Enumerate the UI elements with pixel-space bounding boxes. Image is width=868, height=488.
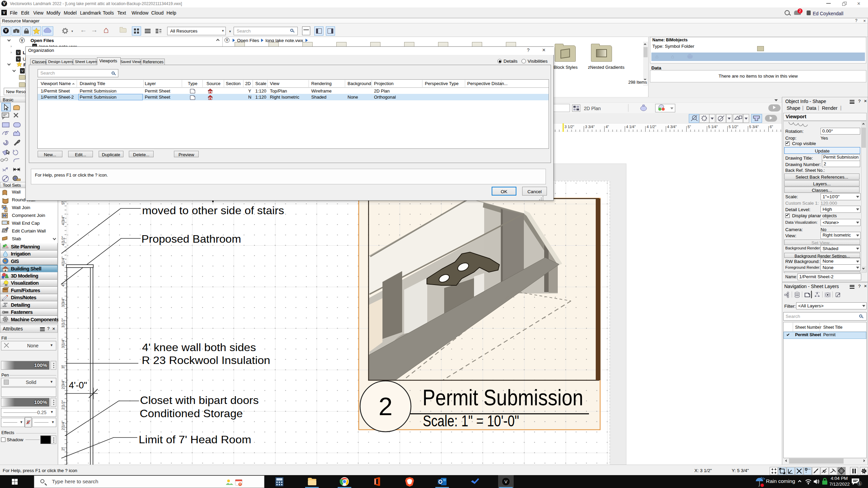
svg-text:4'-0": 4'-0": [69, 380, 87, 390]
svg-text:4 1/2": 4 1/2": [647, 125, 656, 129]
svg-text:4 3/4": 4 3/4": [61, 216, 65, 225]
svg-text:3 3/4": 3 3/4": [585, 125, 595, 129]
svg-text:6": 6": [770, 125, 773, 129]
svg-text:3": 3": [61, 365, 65, 369]
svg-text:Permit Submission: Permit Submission: [422, 385, 583, 410]
svg-text:4 3/4": 4 3/4": [667, 125, 677, 129]
svg-text:Limit of 7' Head Room: Limit of 7' Head Room: [139, 433, 251, 446]
svg-text:4": 4": [606, 125, 609, 129]
svg-text:5 1/4": 5 1/4": [708, 125, 718, 129]
svg-text:5 3/4": 5 3/4": [749, 125, 759, 129]
svg-text:Conditioned Storage: Conditioned Storage: [140, 407, 243, 420]
svg-text:2D Plan: 2D Plan: [584, 106, 601, 111]
svg-text:Proposed Bathroom: Proposed Bathroom: [141, 233, 241, 245]
svg-text:2 3/4": 2 3/4": [61, 380, 65, 389]
svg-text:4 1/4": 4 1/4": [626, 125, 636, 129]
svg-text:5": 5": [61, 201, 65, 205]
svg-text:2": 2": [61, 447, 65, 451]
svg-text:Closet with bipart doors: Closet with bipart doors: [140, 394, 259, 406]
svg-text:2 1/2": 2 1/2": [61, 400, 65, 410]
svg-text:V: V: [505, 479, 508, 484]
svg-text:Scale: 1" = 10'-0": Scale: 1" = 10'-0": [423, 412, 519, 430]
svg-text:4 1/4": 4 1/4": [61, 257, 65, 266]
svg-text:5 1/2": 5 1/2": [729, 125, 738, 129]
svg-text:moved to other side of stairs: moved to other side of stairs: [142, 204, 284, 217]
svg-text:4' knee wall both sides: 4' knee wall both sides: [142, 341, 256, 353]
svg-text:2: 2: [378, 392, 392, 421]
svg-text:5": 5": [688, 125, 691, 129]
svg-text:R 23 Rockwool Insulation: R 23 Rockwool Insulation: [142, 354, 270, 366]
svg-text:2 1/4": 2 1/4": [61, 421, 65, 430]
svg-text:5: 5: [859, 482, 861, 486]
svg-text:4 1/2": 4 1/2": [61, 236, 65, 246]
svg-text:3 3/4": 3 3/4": [61, 298, 65, 307]
svg-text:3 1/4": 3 1/4": [61, 339, 65, 348]
svg-text:3 1/2": 3 1/2": [61, 318, 65, 328]
svg-text:3 1/2": 3 1/2": [565, 125, 574, 129]
